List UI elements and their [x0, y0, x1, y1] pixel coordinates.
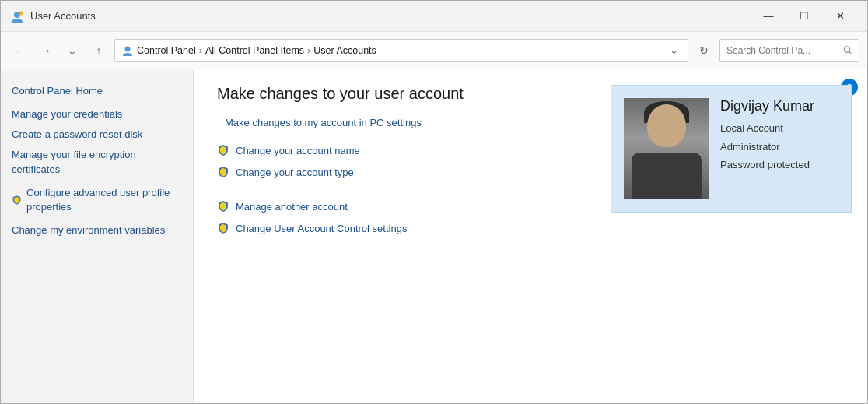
search-box[interactable]	[719, 39, 859, 62]
search-icon	[843, 45, 852, 55]
title-bar: + User Accounts — ☐ ✕	[1, 1, 867, 32]
path-user-icon	[121, 44, 134, 57]
sidebar-env-variables[interactable]: Change my environment variables	[10, 220, 184, 241]
path-dropdown-button[interactable]: ⌄	[667, 43, 681, 58]
change-account-name-label: Change your account name	[236, 145, 360, 156]
up-button[interactable]: ↑	[88, 40, 110, 61]
address-bar: ← → ⌄ ↑ Control Panel › All Control Pane…	[1, 32, 867, 69]
sidebar: Control Panel Home Manage your credentia…	[1, 69, 194, 403]
minimize-button[interactable]: —	[751, 4, 786, 29]
sidebar-password-reset[interactable]: Create a password reset disk	[10, 125, 184, 145]
user-name: Digvijay Kumar	[720, 98, 814, 114]
svg-line-5	[849, 51, 852, 54]
maximize-button[interactable]: ☐	[786, 4, 822, 29]
user-detail-2: Password protected	[720, 157, 814, 173]
manage-another-account-label: Manage another account	[236, 201, 348, 213]
shield-icon-1	[217, 144, 229, 156]
user-info: Digvijay Kumar Local Account Administrat…	[720, 98, 814, 173]
sidebar-advanced-profile-label: Configure advanced user profile properti…	[26, 186, 182, 214]
path-segment-1: Control Panel	[137, 45, 196, 56]
sidebar-file-encryption-label: Manage your file encryption certificates	[12, 148, 182, 176]
window-title: User Accounts	[30, 10, 96, 22]
path-segment-3: User Accounts	[313, 45, 376, 56]
main-window: + User Accounts — ☐ ✕ ← → ⌄ ↑ Control Pa…	[0, 0, 868, 404]
path-sep-2: ›	[307, 45, 310, 56]
sidebar-control-panel-home[interactable]: Control Panel Home	[10, 82, 184, 100]
shield-icon-5	[217, 222, 229, 234]
sidebar-manage-credentials[interactable]: Manage your credentials	[10, 104, 184, 125]
avatar-body	[632, 153, 702, 199]
user-avatar	[624, 98, 709, 199]
avatar-head	[647, 104, 686, 147]
search-input[interactable]	[726, 45, 840, 56]
forward-button[interactable]: →	[35, 40, 57, 61]
window-controls: — ☐ ✕	[751, 4, 858, 29]
svg-point-4	[845, 47, 850, 52]
window-icon: +	[10, 9, 24, 23]
sidebar-advanced-profile[interactable]: Configure advanced user profile properti…	[10, 183, 184, 217]
main-panel: ? Make changes to your user account Make…	[194, 69, 867, 403]
title-bar-left: + User Accounts	[10, 9, 96, 23]
user-detail-1: Administrator	[720, 139, 814, 155]
content-area: Control Panel Home Manage your credentia…	[1, 69, 867, 403]
svg-point-3	[125, 46, 131, 51]
sidebar-manage-credentials-label: Manage your credentials	[12, 107, 122, 121]
path-sep-1: ›	[199, 45, 202, 56]
path-segment-2: All Control Panel Items	[205, 45, 304, 56]
sidebar-env-variables-label: Change my environment variables	[12, 223, 165, 237]
address-path[interactable]: Control Panel › All Control Panel Items …	[114, 39, 688, 62]
back-button[interactable]: ←	[9, 40, 30, 61]
user-detail-0: Local Account	[720, 121, 814, 136]
uac-settings-label: Change User Account Control settings	[236, 223, 407, 234]
shield-icon-3	[217, 200, 229, 213]
user-card: Digvijay Kumar Local Account Administrat…	[611, 85, 852, 213]
uac-settings-link[interactable]: Change User Account Control settings	[217, 222, 844, 234]
close-button[interactable]: ✕	[822, 4, 858, 29]
shield-icon-2	[217, 166, 229, 178]
shield-icon-4	[12, 194, 22, 206]
refresh-button[interactable]: ↻	[693, 40, 715, 61]
change-account-type-label: Change your account type	[236, 167, 354, 178]
sidebar-password-reset-label: Create a password reset disk	[12, 128, 142, 142]
avatar-image	[624, 98, 709, 199]
sidebar-file-encryption[interactable]: Manage your file encryption certificates	[10, 145, 184, 179]
dropdown-button[interactable]: ⌄	[61, 40, 83, 61]
